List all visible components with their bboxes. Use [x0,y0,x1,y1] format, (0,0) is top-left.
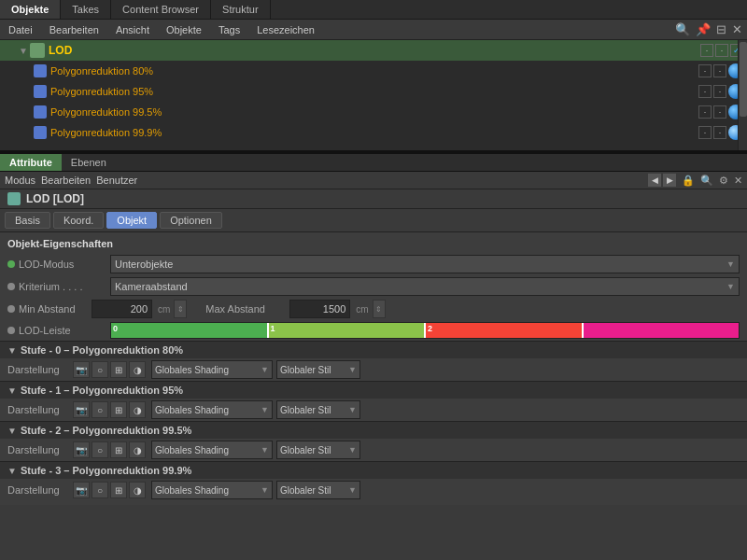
darst-stil-select-1[interactable]: Globaler Stil ▼ [276,400,360,419]
sub-tab-koord[interactable]: Koord. [53,212,104,229]
min-abstand-label: Min Abstand [7,303,92,315]
layout-icon[interactable]: ⊟ [716,22,726,36]
darst-shading-select-3[interactable]: Globales Shading ▼ [151,481,273,499]
menu-ansicht[interactable]: Ansicht [112,23,153,36]
sub-tab-optionen[interactable]: Optionen [160,212,222,229]
vis-0[interactable]: · [698,64,712,77]
section-title: Objekt-Eigenschaften [0,236,747,253]
min-abstand-spinner[interactable]: ⇕ [174,300,187,318]
attr-tool-close[interactable]: ✕ [734,175,742,187]
menu-tags[interactable]: Tags [215,23,244,36]
nav-right[interactable]: ▶ [663,174,676,187]
tool-modus[interactable]: Modus [5,175,35,186]
kriterium-value[interactable]: Kameraabstand ▼ [110,277,740,296]
pin-icon[interactable]: 📌 [696,22,711,36]
darst-grid-0[interactable]: ⊞ [110,361,127,378]
object-row-2[interactable]: Polygonreduktion 99.5% · · [0,102,747,122]
sub-tab-objekt[interactable]: Objekt [106,212,157,229]
lod-marker-1: 1 [271,324,275,333]
max-abstand-spinner[interactable]: ⇕ [373,300,386,318]
darst-label-0: Darstellung [7,364,73,375]
darst-stil-select-2[interactable]: Globaler Stil ▼ [276,441,360,459]
object-row-lod[interactable]: ▼ LOD · · ✓ [0,40,747,61]
scrollbar-thumb[interactable] [740,42,747,117]
attr-tool-lock[interactable]: 🔒 [682,175,695,187]
darst-stil-select-0[interactable]: Globaler Stil ▼ [276,360,360,379]
scrollbar-right[interactable] [738,40,747,150]
tool-benutzer[interactable]: Benutzer [96,175,137,186]
render-toggle[interactable]: · [715,44,728,57]
darst-shade-0[interactable]: ◑ [129,361,146,378]
darst-grid-1[interactable]: ⊞ [110,401,127,418]
prop-abstand: Min Abstand cm ⇕ Max Abstand cm ⇕ [0,298,747,320]
attr-tool-search[interactable]: 🔍 [700,175,713,187]
darst-dot-1[interactable]: ○ [92,401,108,418]
darst-cam-2[interactable]: 📷 [73,441,90,458]
tab-content-browser[interactable]: Content Browser [111,0,211,19]
object-row-3[interactable]: Polygonreduktion 99.9% · · [0,122,747,143]
stufe-header-1[interactable]: ▼Stufe - 1 – Polygonreduktion 95% [0,381,747,399]
stufe-label-1: Stufe - 1 – Polygonreduktion 95% [21,385,183,396]
darst-dot-0[interactable]: ○ [92,361,108,378]
stufe-label-3: Stufe - 3 – Polygonreduktion 99.9% [21,465,191,476]
darst-shade-3[interactable]: ◑ [129,482,146,498]
kriterium-select[interactable]: Kameraabstand ▼ [110,277,740,296]
vis-3[interactable]: · [698,126,712,139]
darst-shading-select-2[interactable]: Globales Shading ▼ [151,441,273,459]
max-abstand-input-group: cm ⇕ [289,300,385,318]
menu-datei[interactable]: Datei [5,23,36,36]
vis-toggle[interactable]: · [700,44,713,57]
tab-takes[interactable]: Takes [61,0,111,19]
close-icon[interactable]: ✕ [732,22,742,36]
darst-shade-1[interactable]: ◑ [129,401,146,418]
darst-cam-3[interactable]: 📷 [73,482,90,498]
object-row-1[interactable]: Polygonreduktion 95% · · [0,81,747,102]
darst-dot-3[interactable]: ○ [92,482,108,498]
menu-bearbeiten[interactable]: Bearbeiten [46,23,103,36]
attr-tool-gear[interactable]: ⚙ [719,175,728,187]
tab-attribute[interactable]: Attribute [0,154,62,171]
darst-grid-3[interactable]: ⊞ [110,482,127,498]
attr-toolbar: Modus Bearbeiten Benutzer ◀ ▶ 🔒 🔍 ⚙ ✕ [0,172,747,189]
darst-dot-2[interactable]: ○ [92,441,108,458]
menu-objekte[interactable]: Objekte [162,23,205,36]
darst-shading-select-0[interactable]: Globales Shading ▼ [151,360,273,379]
darst-shading-select-1[interactable]: Globales Shading ▼ [151,400,273,419]
object-row-0[interactable]: Polygonreduktion 80% · · [0,61,747,81]
darst-cam-1[interactable]: 📷 [73,401,90,418]
darst-grid-2[interactable]: ⊞ [110,441,127,458]
tab-objekte[interactable]: Objekte [0,0,61,19]
vis-2[interactable]: · [698,105,712,119]
stufe-header-0[interactable]: ▼Stufe - 0 – Polygonreduktion 80% [0,341,747,358]
darst-shade-2[interactable]: ◑ [129,441,146,458]
vis-1[interactable]: · [698,85,712,98]
lod-bar[interactable]: 0 1 2 [110,322,740,339]
tool-bearbeiten[interactable]: Bearbeiten [41,175,91,186]
sub-tab-basis[interactable]: Basis [5,212,50,229]
rend-3[interactable]: · [713,126,726,139]
darst-cam-0[interactable]: 📷 [73,361,90,378]
lod-modus-select[interactable]: Unterobjekte ▼ [110,255,740,273]
darst-stil-select-3[interactable]: Globaler Stil ▼ [276,481,360,499]
tab-ebenen[interactable]: Ebenen [62,154,116,171]
tab-struktur[interactable]: Struktur [211,0,271,19]
rend-2[interactable]: · [713,105,726,119]
search-icon[interactable]: 🔍 [675,22,690,36]
darst-icons-0: 📷 ○ ⊞ ◑ [73,361,146,378]
stufe-header-3[interactable]: ▼Stufe - 3 – Polygonreduktion 99.9% [0,461,747,479]
nav-left[interactable]: ◀ [648,174,661,187]
rend-1[interactable]: · [713,85,726,98]
max-abstand-input[interactable] [289,300,350,318]
max-abstand-label: Max Abstand [205,303,289,315]
stufe-header-2[interactable]: ▼Stufe - 2 – Polygonreduktion 99.5% [0,421,747,439]
darstellung-row-0: Darstellung 📷 ○ ⊞ ◑ Globales Shading ▼ G… [0,358,747,381]
expand-icon[interactable]: ▼ [19,46,30,56]
menu-lesezeichen[interactable]: Lesezeichen [253,23,318,36]
rend-0[interactable]: · [713,64,726,77]
lod-root-label: LOD [49,44,700,57]
prop-lod-modus: LOD-Modus Unterobjekte ▼ [0,253,747,275]
lod-marker-0: 0 [113,324,118,333]
min-abstand-input[interactable] [92,300,152,318]
lod-modus-value[interactable]: Unterobjekte ▼ [110,255,740,273]
stufe-label-0: Stufe - 0 – Polygonreduktion 80% [21,344,183,356]
